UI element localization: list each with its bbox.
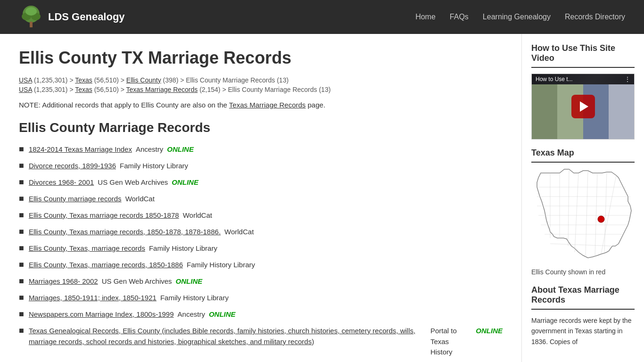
section-title: Ellis County Marriage Records (19, 120, 503, 135)
video-label-bar: How to Use t... ⋮ (532, 74, 634, 84)
note-text: NOTE: Additional records that apply to E… (19, 101, 503, 109)
record-source: Ancestry (178, 309, 205, 320)
texas-map-svg (531, 168, 635, 263)
list-item: ■Divorce records, 1899-1936 Family Histo… (19, 159, 503, 172)
record-link[interactable]: Divorces 1968- 2001 (29, 177, 94, 188)
record-source: Family History Library (160, 293, 229, 304)
list-bullet: ■ (19, 143, 24, 156)
record-source: US Gen Web Archives (102, 276, 172, 287)
list-bullet: ■ (19, 324, 24, 337)
record-source: WorldCat (125, 194, 155, 205)
online-badge: ONLINE (176, 276, 203, 287)
map-divider (531, 162, 635, 163)
list-bullet: ■ (19, 308, 24, 321)
list-item: ■1824-2014 Texas Marriage Index Ancestry… (19, 143, 503, 156)
record-link[interactable]: Marriages, 1850-1911; index, 1850-1921 (29, 293, 157, 304)
list-bullet: ■ (19, 275, 24, 288)
video-section-title: How to Use This Site Video (531, 43, 635, 63)
online-badge: ONLINE (476, 326, 503, 337)
record-source: US Gen Web Archives (98, 177, 168, 188)
svg-rect-4 (30, 22, 33, 27)
list-bullet: ■ (19, 209, 24, 222)
note-tx-marriage-link[interactable]: Texas Marriage Records (229, 101, 306, 109)
list-item: ■Newspapers.com Marriage Index, 1800s-19… (19, 308, 503, 321)
vcol-4 (609, 84, 634, 139)
record-source: WorldCat (183, 210, 212, 221)
online-badge: ONLINE (172, 177, 198, 188)
list-bullet: ■ (19, 225, 24, 238)
nav-learning[interactable]: Learning Genealogy (483, 13, 551, 21)
list-item: ■Ellis County, Texas marriage records 18… (19, 209, 503, 222)
record-source: Family History Library (120, 161, 188, 172)
breadcrumb-ellis-1[interactable]: Ellis County (126, 76, 161, 84)
record-link[interactable]: Texas Genealogical Records, Ellis County… (29, 326, 427, 347)
svg-point-3 (25, 7, 37, 16)
breadcrumb-tx-marriage[interactable]: Texas Marriage Records (126, 86, 198, 93)
video-bg: How to Use t... ⋮ (532, 74, 634, 139)
record-link[interactable]: Marriages 1968- 2002 (29, 276, 98, 287)
logo-tree-icon (19, 5, 43, 29)
list-bullet: ■ (19, 242, 24, 255)
video-section: How to Use This Site Video How to Use t.… (531, 43, 635, 140)
record-link[interactable]: Ellis County, Texas, marriage records, 1… (29, 260, 183, 271)
record-link[interactable]: Divorce records, 1899-1936 (29, 161, 116, 172)
record-link[interactable]: Ellis County, Texas, marriage records (29, 243, 145, 254)
record-link[interactable]: Newspapers.com Marriage Index, 1800s-199… (29, 309, 174, 320)
video-menu-dots: ⋮ (625, 76, 630, 82)
record-source: WorldCat (224, 227, 254, 238)
records-list: ■1824-2014 Texas Marriage Index Ancestry… (19, 143, 503, 362)
nav-records-dir[interactable]: Records Directory (565, 13, 625, 21)
texas-map-container (531, 168, 635, 264)
breadcrumb-texas-2[interactable]: Texas (75, 86, 92, 93)
logo-text: LDS Genealogy (48, 11, 125, 23)
main-nav: Home FAQs Learning Genealogy Records Dir… (415, 13, 625, 21)
logo-area: LDS Genealogy (19, 5, 125, 29)
list-item: ■Texas Genealogical Records, Ellis Count… (19, 324, 503, 358)
about-text: Marriage records were kept by the govern… (531, 315, 635, 347)
about-section: About Texas Marriage Records Marriage re… (531, 285, 635, 347)
list-item: ■Marriages 1968- 2002 US Gen Web Archive… (19, 275, 503, 288)
main-wrapper: Ellis County TX Marriage Records USA (1,… (0, 34, 644, 362)
record-link[interactable]: 1824-2014 Texas Marriage Index (29, 144, 132, 155)
breadcrumb-2: USA (1,235,301) > Texas (56,510) > Texas… (19, 86, 503, 93)
list-bullet: ■ (19, 159, 24, 172)
record-link[interactable]: Ellis County, Texas marriage records 185… (29, 210, 179, 221)
svg-marker-5 (537, 169, 631, 258)
vcol-1 (532, 84, 557, 139)
site-header: LDS Genealogy Home FAQs Learning Genealo… (0, 0, 644, 34)
record-source: Ancestry (136, 144, 163, 155)
video-thumbnail[interactable]: How to Use t... ⋮ (531, 74, 635, 140)
list-bullet: ■ (19, 291, 24, 304)
video-divider (531, 67, 635, 68)
list-item: ■Marriages, 1850-1911; index, 1850-1921 … (19, 291, 503, 304)
nav-home[interactable]: Home (415, 13, 436, 21)
list-item: ■Ellis County, Texas, marriage records, … (19, 258, 503, 271)
svg-point-21 (598, 216, 604, 222)
record-link[interactable]: Ellis County marriage records (29, 194, 122, 205)
list-item: ■Divorces 1968- 2001 US Gen Web Archives… (19, 176, 503, 189)
main-content: Ellis County TX Marriage Records USA (1,… (0, 34, 521, 362)
video-label-text: How to Use t... (536, 76, 573, 82)
record-link[interactable]: Ellis County, Texas marriage records, 18… (29, 227, 221, 238)
map-section: Texas Map (531, 148, 635, 276)
list-item: ■Ellis County, Texas marriage records, 1… (19, 225, 503, 238)
about-section-title: About Texas Marriage Records (531, 285, 635, 305)
record-source: Family History Library (149, 243, 217, 254)
map-section-title: Texas Map (531, 148, 635, 158)
about-divider (531, 309, 635, 310)
video-play-button[interactable] (571, 95, 595, 118)
texas-county-label: Ellis County shown in red (531, 268, 635, 276)
breadcrumb-usa-1[interactable]: USA (19, 76, 32, 84)
list-bullet: ■ (19, 258, 24, 271)
record-source: Portal to Texas History (430, 326, 472, 358)
online-badge: ONLINE (167, 144, 194, 155)
breadcrumb-texas-1[interactable]: Texas (75, 76, 92, 84)
breadcrumb-usa-2[interactable]: USA (19, 86, 32, 93)
list-bullet: ■ (19, 192, 24, 205)
list-item: ■Ellis County, Texas, marriage records F… (19, 242, 503, 255)
nav-faqs[interactable]: FAQs (450, 13, 469, 21)
record-source: Family History Library (187, 260, 255, 271)
page-title: Ellis County TX Marriage Records (19, 48, 503, 68)
sidebar: How to Use This Site Video How to Use t.… (521, 34, 644, 362)
list-item: ■Ellis County marriage records WorldCat (19, 192, 503, 205)
